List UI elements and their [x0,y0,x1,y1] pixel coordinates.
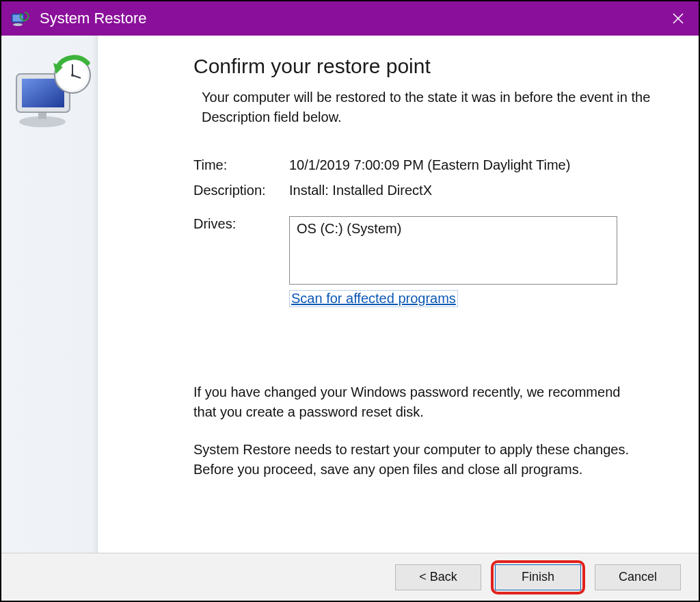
wizard-content: Confirm your restore point Your computer… [98,36,699,553]
titlebar: System Restore [1,1,699,36]
intro-text: Your computer will be restored to the st… [193,88,666,127]
description-label: Description: [193,183,289,198]
restart-note: System Restore needs to restart your com… [193,440,645,480]
time-row: Time: 10/1/2019 7:00:09 PM (Eastern Dayl… [193,157,666,173]
wizard-sidebar [1,36,98,553]
svg-point-15 [71,74,74,77]
system-restore-icon [11,10,30,27]
time-label: Time: [193,157,289,173]
dialog-window: System Restore [0,0,700,602]
svg-point-2 [13,23,23,26]
back-button[interactable]: < Back [395,564,481,590]
drives-label: Drives: [193,216,289,232]
close-button[interactable] [658,1,699,36]
drives-item: OS (C:) (System) [297,221,401,236]
window-title: System Restore [40,10,147,27]
page-heading: Confirm your restore point [193,55,666,78]
description-row: Description: Install: Installed DirectX [193,183,666,198]
description-value: Install: Installed DirectX [289,183,666,198]
drives-row: Drives: OS (C:) (System) Scan for affect… [193,216,666,307]
notes-section: If you have changed your Windows passwor… [193,382,666,480]
finish-button[interactable]: Finish [495,564,581,590]
close-icon [672,12,684,25]
cancel-button[interactable]: Cancel [595,564,681,590]
password-note: If you have changed your Windows passwor… [193,382,645,422]
scan-affected-programs-link[interactable]: Scan for affected programs [289,290,458,307]
dialog-footer: < Back Finish Cancel [1,553,699,601]
drives-listbox[interactable]: OS (C:) (System) [289,216,617,285]
time-value: 10/1/2019 7:00:09 PM (Eastern Daylight T… [289,157,666,173]
finish-button-highlight: Finish [491,560,585,594]
dialog-body: Confirm your restore point Your computer… [1,36,699,553]
restore-illustration-icon [1,55,97,130]
